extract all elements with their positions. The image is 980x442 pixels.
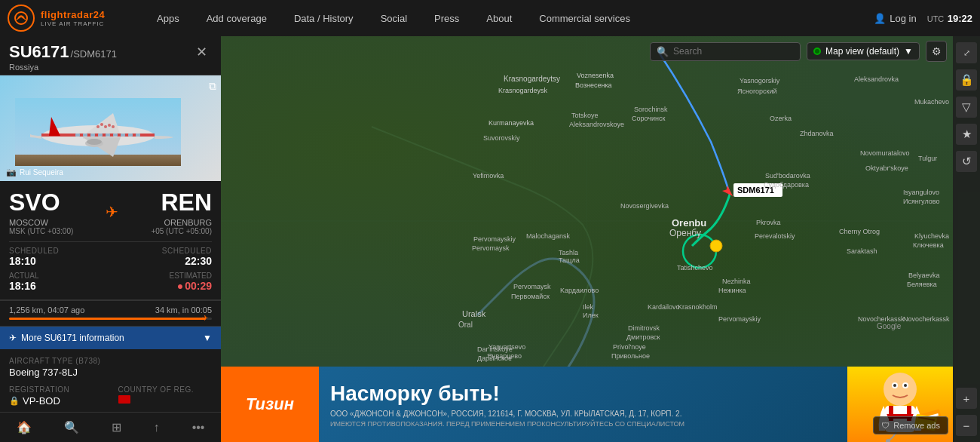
camera-icon: 📷 — [6, 167, 17, 177]
menu-nav-icon[interactable]: ••• — [192, 421, 205, 434]
svg-point-100 — [893, 384, 896, 387]
svg-text:Ozerka: Ozerka — [770, 115, 792, 122]
origin-block: SVO MOSCOW MSK (UTC +03:00) — [9, 189, 73, 235]
svg-text:Google: Google — [877, 322, 902, 330]
expand-icon[interactable]: ⧉ — [209, 80, 216, 93]
estimated-arr-label: ESTIMATED — [111, 272, 213, 280]
sidebar: SU6171 /SDM6171 Rossiya ✕ — [0, 36, 221, 442]
route-section: SVO MOSCOW MSK (UTC +03:00) ✈ REN ORENBU… — [0, 181, 221, 300]
shield-icon: 🛡 — [881, 421, 890, 430]
origin-name: MOSCOW — [9, 218, 73, 227]
search-box[interactable]: 🔍 — [650, 42, 801, 61]
svg-rect-10 — [113, 134, 118, 137]
svg-text:Pervomayskiy: Pervomayskiy — [718, 315, 761, 323]
map-view-selector[interactable]: Map view (default) ▼ — [807, 42, 920, 60]
map-area[interactable]: SDM6171 Krasnogardeytsy Krasnogardeysk K… — [221, 36, 980, 442]
svg-rect-11 — [121, 134, 125, 137]
flight-id: SU6171 — [9, 42, 69, 62]
svg-text:Исянгулово: Исянгулово — [903, 198, 939, 205]
dest-code: REN — [151, 189, 212, 216]
logo-area[interactable]: flightradar24 LIVE AIR TRAFFIC — [0, 0, 143, 36]
dest-tz: +05 (UTC +05:00) — [151, 227, 212, 235]
svg-text:Privol'noye: Privol'noye — [613, 343, 646, 351]
svg-text:Тащла: Тащла — [559, 256, 580, 264]
svg-text:Oral: Oral — [458, 321, 473, 329]
search-icon: 🔍 — [657, 46, 669, 57]
flight-direction-icon: ✈ — [106, 203, 118, 221]
svg-point-22 — [710, 240, 722, 252]
nav-about[interactable]: About — [473, 0, 525, 36]
svg-text:Yanvartsevo: Yanvartsevo — [488, 343, 525, 351]
delay-indicator: ● — [177, 280, 183, 292]
chevron-down-icon: ▼ — [203, 333, 212, 343]
zoom-out-button[interactable]: − — [956, 415, 977, 436]
origin-code: SVO — [9, 189, 73, 216]
fullscreen-button[interactable]: ⤢ — [956, 42, 977, 63]
svg-text:Zhdanovka: Zhdanovka — [800, 130, 834, 137]
logo-text: flightradar24 LIVE AIR TRAFFIC — [41, 9, 105, 27]
svg-rect-7 — [90, 134, 95, 137]
svg-text:Привольное: Привольное — [611, 352, 650, 360]
svg-text:Dimitrovsk: Dimitrovsk — [628, 324, 660, 332]
nav-press[interactable]: Press — [421, 0, 473, 36]
nav-social[interactable]: Social — [367, 0, 421, 36]
svg-text:Нежинка: Нежинка — [718, 287, 746, 294]
more-info-toggle[interactable]: ✈ More SU6171 information ▼ — [0, 327, 221, 349]
svg-rect-13 — [136, 134, 140, 137]
ad-logo: Тизин — [221, 367, 319, 442]
svg-text:Novosergivevka: Novosergivevka — [620, 202, 669, 210]
flag-icon — [118, 395, 130, 404]
distance-row: 1,256 km, 04:07 ago 34 km, in 00:05 ✈ — [0, 300, 221, 327]
svg-point-16 — [104, 125, 107, 128]
svg-text:Январцево: Январцево — [487, 352, 522, 360]
share-nav-icon[interactable]: ↑ — [154, 421, 160, 434]
svg-text:Первомайск: Первомайск — [511, 293, 550, 300]
svg-text:Saraktash: Saraktash — [847, 247, 877, 255]
svg-text:Krasnogardeysk: Krasnogardeysk — [498, 87, 548, 94]
registration-block: REGISTRATION 🔒 VP-BOD — [9, 385, 103, 407]
zoom-in-button[interactable]: + — [956, 388, 977, 409]
nav-data-history[interactable]: Data / History — [280, 0, 367, 36]
nav-apps[interactable]: Apps — [143, 0, 193, 36]
flight-header: SU6171 /SDM6171 Rossiya ✕ — [0, 36, 221, 75]
settings-button[interactable]: ⚙ — [926, 41, 947, 62]
svg-text:Novomuratalovo: Novomuratalovo — [860, 149, 910, 157]
search-input[interactable] — [673, 46, 794, 57]
ad-banner[interactable]: Тизин Насморку быть! ООО «ДЖОНСОН & ДЖОН… — [221, 367, 953, 442]
ad-logo-text: Тизин — [246, 394, 294, 414]
svg-text:Voznesenka: Voznesenka — [577, 72, 614, 79]
svg-text:Malochagansk: Malochagansk — [526, 232, 571, 240]
filter-button[interactable]: ▽ — [956, 97, 977, 118]
home-nav-icon[interactable]: 🏠 — [17, 420, 32, 434]
svg-text:Tashla: Tashla — [559, 249, 578, 256]
lock-button[interactable]: 🔒 — [956, 69, 977, 91]
svg-rect-12 — [128, 134, 133, 137]
scheduled-dep-label: SCHEDULED — [9, 247, 111, 255]
svg-text:Cherny Otrog: Cherny Otrog — [839, 228, 880, 235]
country-label: COUNTRY OF REG. — [118, 385, 213, 394]
svg-rect-2 — [15, 155, 181, 166]
svg-text:Nezhinka: Nezhinka — [722, 278, 751, 285]
ad-content: Насморку быть! ООО «ДЖОНСОН & ДЖОНСОН», … — [319, 374, 847, 435]
distance-total: 1,256 km, 04:07 ago — [9, 305, 84, 315]
close-button[interactable]: ✕ — [191, 42, 212, 62]
svg-point-101 — [904, 384, 907, 387]
svg-point-97 — [884, 373, 917, 406]
registration-value: 🔒 VP-BOD — [9, 395, 103, 407]
refresh-button[interactable]: ↺ — [956, 151, 977, 172]
svg-text:Вознесенка: Вознесенка — [575, 81, 612, 89]
remove-ads-button[interactable]: 🛡 Remove ads — [873, 416, 948, 434]
login-button[interactable]: 👤 Log in — [874, 13, 916, 24]
nav-add-coverage[interactable]: Add coverage — [193, 0, 280, 36]
layers-nav-icon[interactable]: ⊞ — [112, 420, 121, 434]
svg-text:Yasnogorskiy: Yasnogorskiy — [740, 77, 780, 84]
svg-text:Сорочинск: Сорочинск — [632, 115, 666, 122]
bottom-nav: 🏠 🔍 ⊞ ↑ ••• — [0, 412, 221, 442]
star-button[interactable]: ★ — [956, 124, 977, 145]
aircraft-image: 📷 Rui Sequeira ⧉ — [0, 75, 221, 181]
nav-commercial[interactable]: Commercial services — [525, 0, 644, 36]
user-icon: 👤 — [874, 13, 886, 24]
svg-text:Судобдаровка: Судобдаровка — [764, 181, 809, 189]
svg-text:Krasnogardeytsy: Krasnogardeytsy — [504, 75, 560, 83]
search-nav-icon[interactable]: 🔍 — [64, 420, 79, 434]
